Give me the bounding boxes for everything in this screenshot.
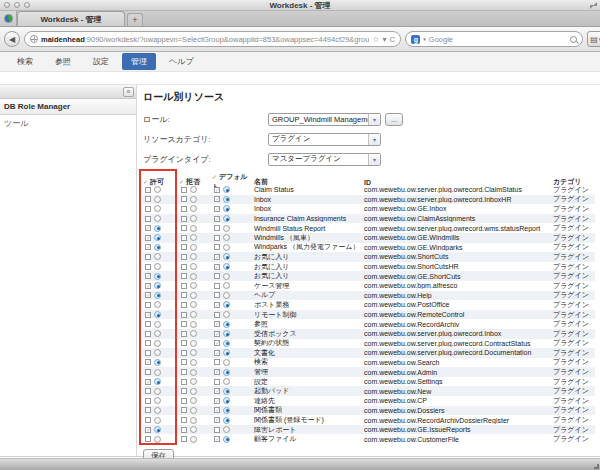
default-radio[interactable] bbox=[223, 196, 230, 203]
allow-radio[interactable] bbox=[154, 369, 161, 376]
fullscreen-icon[interactable] bbox=[590, 2, 597, 9]
role-more-button[interactable]: ... bbox=[385, 113, 403, 126]
default-radio[interactable] bbox=[223, 186, 230, 193]
nav-tab-検索[interactable]: 検索 bbox=[8, 53, 42, 70]
deny-checkbox[interactable] bbox=[181, 407, 187, 413]
allow-radio[interactable] bbox=[154, 407, 161, 414]
deny-checkbox[interactable] bbox=[181, 225, 187, 231]
deny-radio[interactable] bbox=[190, 321, 197, 328]
allow-checkbox[interactable] bbox=[145, 302, 151, 308]
deny-checkbox[interactable] bbox=[181, 235, 187, 241]
back-button[interactable]: ◀ bbox=[4, 31, 20, 47]
default-checkbox[interactable] bbox=[214, 292, 220, 298]
default-checkbox[interactable] bbox=[214, 369, 220, 375]
sidebar-collapse-button[interactable]: « bbox=[123, 87, 134, 97]
deny-checkbox[interactable] bbox=[181, 321, 187, 327]
deny-radio[interactable] bbox=[190, 244, 197, 251]
deny-radio[interactable] bbox=[190, 273, 197, 280]
allow-checkbox[interactable] bbox=[145, 216, 151, 222]
resize-grip[interactable] bbox=[594, 464, 599, 469]
default-radio[interactable] bbox=[223, 436, 230, 443]
default-radio[interactable] bbox=[223, 397, 230, 404]
bookmark-star-icon[interactable]: ☆ bbox=[372, 35, 379, 44]
allow-radio[interactable] bbox=[154, 282, 161, 289]
deny-checkbox[interactable] bbox=[181, 331, 187, 337]
default-radio[interactable] bbox=[223, 417, 230, 424]
deny-checkbox[interactable] bbox=[181, 292, 187, 298]
nav-tab-設定[interactable]: 設定 bbox=[84, 53, 118, 70]
default-checkbox[interactable] bbox=[214, 407, 220, 413]
deny-radio[interactable] bbox=[190, 301, 197, 308]
deny-checkbox[interactable] bbox=[181, 340, 187, 346]
allow-radio[interactable] bbox=[154, 417, 161, 424]
allow-checkbox[interactable] bbox=[145, 407, 151, 413]
deny-radio[interactable] bbox=[190, 186, 197, 193]
allow-radio[interactable] bbox=[154, 196, 161, 203]
deny-radio[interactable] bbox=[190, 282, 197, 289]
allow-checkbox[interactable] bbox=[145, 350, 151, 356]
deny-checkbox[interactable] bbox=[181, 350, 187, 356]
deny-radio[interactable] bbox=[190, 426, 197, 433]
deny-checkbox[interactable] bbox=[181, 302, 187, 308]
default-checkbox[interactable] bbox=[214, 196, 220, 202]
allow-checkbox[interactable] bbox=[145, 254, 151, 260]
allow-checkbox[interactable] bbox=[145, 312, 151, 318]
search-engine-icon[interactable]: g bbox=[411, 35, 420, 44]
default-radio[interactable] bbox=[223, 407, 230, 414]
default-checkbox[interactable] bbox=[214, 340, 220, 346]
deny-radio[interactable] bbox=[190, 330, 197, 337]
allow-checkbox[interactable] bbox=[145, 264, 151, 270]
deny-checkbox[interactable] bbox=[181, 379, 187, 385]
nav-tab-管理[interactable]: 管理 bbox=[122, 53, 156, 70]
default-radio[interactable] bbox=[223, 234, 230, 241]
allow-radio[interactable] bbox=[154, 244, 161, 251]
allow-radio[interactable] bbox=[154, 321, 161, 328]
pinned-tab[interactable] bbox=[0, 11, 17, 26]
deny-radio[interactable] bbox=[190, 234, 197, 241]
allow-radio[interactable] bbox=[154, 426, 161, 433]
default-checkbox[interactable] bbox=[214, 359, 220, 365]
allow-checkbox[interactable] bbox=[145, 206, 151, 212]
default-checkbox[interactable] bbox=[214, 398, 220, 404]
default-radio[interactable] bbox=[223, 253, 230, 260]
default-checkbox[interactable] bbox=[214, 283, 220, 289]
allow-checkbox[interactable] bbox=[145, 398, 151, 404]
allow-checkbox[interactable] bbox=[145, 436, 151, 442]
allow-radio[interactable] bbox=[154, 340, 161, 347]
default-checkbox[interactable] bbox=[214, 216, 220, 222]
default-checkbox[interactable] bbox=[214, 312, 220, 318]
allow-radio[interactable] bbox=[154, 186, 161, 193]
deny-radio[interactable] bbox=[190, 263, 197, 270]
default-radio[interactable] bbox=[223, 340, 230, 347]
allow-checkbox[interactable] bbox=[145, 379, 151, 385]
default-radio[interactable] bbox=[223, 321, 230, 328]
deny-radio[interactable] bbox=[190, 388, 197, 395]
deny-checkbox[interactable] bbox=[181, 359, 187, 365]
default-checkbox[interactable] bbox=[214, 350, 220, 356]
default-checkbox[interactable] bbox=[214, 187, 220, 193]
default-checkbox[interactable] bbox=[214, 321, 220, 327]
default-radio[interactable] bbox=[223, 388, 230, 395]
reload-icon[interactable]: C bbox=[390, 35, 396, 44]
default-radio[interactable] bbox=[223, 244, 230, 251]
deny-radio[interactable] bbox=[190, 436, 197, 443]
default-checkbox[interactable] bbox=[214, 388, 220, 394]
new-tab-button[interactable]: + bbox=[127, 13, 143, 26]
default-checkbox[interactable] bbox=[214, 273, 220, 279]
deny-radio[interactable] bbox=[190, 292, 197, 299]
deny-radio[interactable] bbox=[190, 225, 197, 232]
nav-tab-ヘルプ[interactable]: ヘルプ bbox=[160, 53, 203, 70]
nav-tab-参照[interactable]: 参照 bbox=[46, 53, 80, 70]
default-radio[interactable] bbox=[223, 378, 230, 385]
default-checkbox[interactable] bbox=[214, 436, 220, 442]
deny-radio[interactable] bbox=[190, 311, 197, 318]
default-radio[interactable] bbox=[223, 311, 230, 318]
deny-checkbox[interactable] bbox=[181, 369, 187, 375]
default-checkbox[interactable] bbox=[214, 206, 220, 212]
allow-checkbox[interactable] bbox=[145, 340, 151, 346]
allow-checkbox[interactable] bbox=[145, 244, 151, 250]
deny-checkbox[interactable] bbox=[181, 196, 187, 202]
default-checkbox[interactable] bbox=[214, 302, 220, 308]
deny-checkbox[interactable] bbox=[181, 216, 187, 222]
allow-radio[interactable] bbox=[154, 292, 161, 299]
